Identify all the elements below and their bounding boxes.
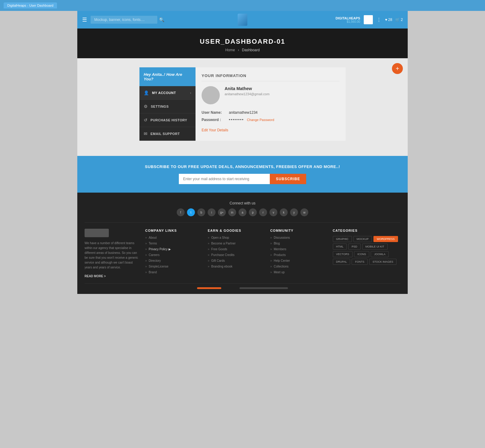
sidebar-label-purchase-history: PURCHASE HISTORY bbox=[151, 118, 187, 122]
company-link-simplelicense[interactable]: SimpleLicense bbox=[145, 265, 202, 268]
apple-icon[interactable]: a bbox=[239, 208, 246, 216]
community-list: Discussions Blog Members Products Help C… bbox=[270, 236, 326, 274]
linkedin-icon[interactable]: in bbox=[228, 208, 236, 216]
avatar bbox=[202, 86, 220, 104]
community-link-blog[interactable]: Blog bbox=[270, 242, 326, 245]
footer-columns: We have a number of different teams with… bbox=[85, 222, 400, 278]
company-link-about[interactable]: About bbox=[145, 236, 202, 239]
community-link-discussions[interactable]: Discussions bbox=[270, 236, 326, 239]
list-item: Brand bbox=[145, 271, 202, 274]
footer-community: COMMUNITY Discussions Blog Members Produ… bbox=[270, 229, 326, 278]
company-link-brand[interactable]: Brand bbox=[145, 271, 202, 274]
list-item: Purchase Credits bbox=[208, 253, 264, 257]
fab-button[interactable]: + bbox=[392, 63, 403, 74]
community-link-products[interactable]: Products bbox=[270, 253, 326, 257]
category-tag-vectors[interactable]: VECTORS bbox=[333, 251, 353, 257]
category-tag-stock-images[interactable]: STOCK IMAGES bbox=[369, 259, 396, 265]
earn-link-open-shop[interactable]: Open a Shop bbox=[208, 236, 264, 239]
sidebar-item-my-account[interactable]: 👤 MY ACCOUNT › bbox=[139, 86, 196, 100]
community-link-help[interactable]: Help Center bbox=[270, 259, 326, 262]
list-item: Blog bbox=[270, 242, 326, 245]
breadcrumb-home[interactable]: Home bbox=[225, 48, 235, 52]
community-link-meetup[interactable]: Meet up bbox=[270, 271, 326, 274]
earn-link-gift-cards[interactable]: Gift Cards bbox=[208, 259, 264, 262]
list-item: Discussions bbox=[270, 236, 326, 239]
list-item: Privacy Policy ▶ bbox=[145, 248, 202, 251]
category-tag-psd[interactable]: PSD bbox=[348, 244, 361, 250]
search-input[interactable] bbox=[91, 16, 157, 24]
search-icon[interactable]: 🔍 bbox=[159, 17, 164, 22]
company-link-privacy[interactable]: Privacy Policy ▶ bbox=[145, 248, 202, 251]
facebook-icon[interactable]: f bbox=[177, 208, 185, 216]
list-item: Members bbox=[270, 248, 326, 251]
category-tag-mockup[interactable]: MOCKUP bbox=[353, 236, 372, 242]
info-section-title: YOUR INFORMATION bbox=[202, 73, 340, 81]
blogger-icon[interactable]: b bbox=[197, 208, 205, 216]
account-avatar[interactable] bbox=[364, 15, 373, 24]
sidebar-item-email-support[interactable]: ✉ EMAIL SUPPORT bbox=[139, 127, 196, 141]
sidebar: Hey Anita..! How Are You? 👤 MY ACCOUNT ›… bbox=[139, 67, 196, 141]
community-link-members[interactable]: Members bbox=[270, 248, 326, 251]
subscribe-email-input[interactable] bbox=[179, 174, 270, 184]
sidebar-item-purchase-history[interactable]: ↺ PURCHASE HISTORY bbox=[139, 113, 196, 127]
password-dots: •••••••• bbox=[229, 118, 244, 122]
earn-link-free-goods[interactable]: Free Goods bbox=[208, 248, 264, 251]
category-tag-mobile-ui-kit[interactable]: MOBILE UI KIT bbox=[362, 244, 388, 250]
list-item: Free Goods bbox=[208, 248, 264, 251]
sidebar-item-settings[interactable]: ⚙ SETTINGS bbox=[139, 100, 196, 113]
pinterest-icon[interactable]: p bbox=[249, 208, 257, 216]
category-tag-wordpress[interactable]: WORDPRESS bbox=[373, 236, 398, 242]
company-link-directory[interactable]: Directory bbox=[145, 259, 202, 262]
earn-link-branding[interactable]: Branding ebook bbox=[208, 265, 264, 268]
vimeo-icon[interactable]: v bbox=[269, 208, 277, 216]
company-link-careers[interactable]: Careers bbox=[145, 253, 202, 257]
subscribe-form: SUBSCRIBE bbox=[179, 174, 306, 184]
category-tag-icons[interactable]: ICONS bbox=[354, 251, 370, 257]
list-item: Branding ebook bbox=[208, 265, 264, 268]
company-links-list: About Terms Privacy Policy ▶ Careers Dir… bbox=[145, 236, 202, 274]
more-options-icon[interactable]: ⋮ bbox=[376, 17, 381, 23]
instagram-icon[interactable]: i bbox=[208, 208, 216, 216]
browser-tab[interactable]: DigitalHeaps - User Dashboard bbox=[4, 2, 57, 8]
footer-brand-col: We have a number of different teams with… bbox=[85, 229, 139, 278]
connect-title: Connect with us bbox=[85, 201, 400, 205]
user-profile-row: Anita Mathew anitamathew1234@gmail.com bbox=[202, 86, 340, 104]
reddit-icon[interactable]: r bbox=[259, 208, 267, 216]
change-password-link[interactable]: Change Password bbox=[247, 118, 274, 122]
social-icons-row: f t b i g+ in a p r v k y w bbox=[85, 208, 400, 216]
browser-chrome: DigitalHeaps - User Dashboard bbox=[0, 0, 485, 11]
googleplus-icon[interactable]: g+ bbox=[218, 208, 226, 216]
web-icon[interactable]: w bbox=[300, 208, 308, 216]
username-value: anitamathew1234 bbox=[229, 110, 258, 115]
site-wrapper: ☰ 🔍 DIGITALHEAPS $1,560.00 ⋮ ♥ 28 🛒 2 US… bbox=[77, 11, 408, 294]
user-info-text: Anita Mathew anitamathew1234@gmail.com bbox=[225, 86, 269, 96]
dashboard-area: + Hey Anita..! How Are You? 👤 MY ACCOUNT… bbox=[77, 58, 408, 156]
footer-bar-gray bbox=[239, 287, 288, 289]
youtube-icon[interactable]: y bbox=[290, 208, 298, 216]
earn-link-partner[interactable]: Become a Partner bbox=[208, 242, 264, 245]
list-item: Collections bbox=[270, 265, 326, 268]
category-tag-graphic[interactable]: GRAPHIC bbox=[333, 236, 352, 242]
account-info: DIGITALHEAPS $1,560.00 bbox=[336, 16, 360, 23]
hamburger-icon[interactable]: ☰ bbox=[82, 16, 87, 23]
twitter-icon[interactable]: t bbox=[187, 208, 195, 216]
kickstarter-icon[interactable]: k bbox=[280, 208, 288, 216]
cart-icon[interactable]: 🛒 2 bbox=[395, 18, 403, 22]
category-tag-html[interactable]: HTML bbox=[333, 244, 347, 250]
community-link-collections[interactable]: Collections bbox=[270, 265, 326, 268]
subscribe-button[interactable]: SUBSCRIBE bbox=[270, 174, 306, 184]
category-tag-drupal[interactable]: DRUPAL bbox=[333, 259, 350, 265]
wishlist-icon[interactable]: ♥ 28 bbox=[385, 18, 392, 22]
hero-banner: USER_DASHBOARD-01 Home › Dashboard bbox=[77, 29, 408, 58]
sidebar-menu: 👤 MY ACCOUNT › ⚙ SETTINGS ↺ bbox=[139, 86, 196, 141]
read-more-link[interactable]: READ MORE > bbox=[85, 275, 106, 278]
category-tag-joomla[interactable]: JOOMLA bbox=[371, 251, 389, 257]
category-tag-fonts[interactable]: FONTS bbox=[352, 259, 368, 265]
company-link-terms[interactable]: Terms bbox=[145, 242, 202, 245]
edit-details-link[interactable]: Edit Your Details bbox=[202, 128, 228, 132]
logo-box bbox=[238, 14, 247, 26]
username-row: User Name: anitamathew1234 bbox=[202, 110, 340, 115]
top-nav: ☰ 🔍 DIGITALHEAPS $1,560.00 ⋮ ♥ 28 🛒 2 bbox=[77, 11, 408, 29]
earn-link-purchase-credits[interactable]: Purchase Credits bbox=[208, 253, 264, 257]
list-item: Directory bbox=[145, 259, 202, 262]
